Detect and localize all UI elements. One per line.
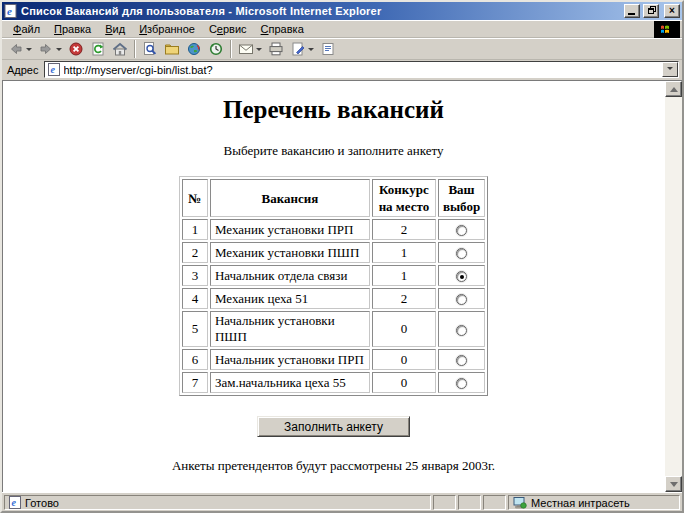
choice-radio[interactable] (456, 294, 467, 305)
choice-cell (438, 265, 485, 286)
menu-bar: ФайлПравкаВидИзбранноеСервисСправка (2, 20, 682, 38)
row-number: 7 (182, 372, 208, 393)
address-dropdown-caret (667, 67, 673, 73)
close-button[interactable]: × (664, 4, 680, 18)
menu-bar-items: ФайлПравкаВидИзбранноеСервисСправка (6, 21, 311, 37)
vacancy-name: Начальник установки ПРП (210, 349, 370, 370)
address-input[interactable]: e http://myserver/cgi-bin/list.bat? (44, 61, 680, 78)
choice-radio[interactable] (456, 355, 467, 366)
arrow-up-icon (670, 83, 678, 92)
scroll-down-button[interactable] (665, 476, 682, 492)
header-row: № Вакансия Конкурс на место Ваш выбор (182, 179, 485, 217)
back-button[interactable] (5, 39, 35, 59)
choice-cell (438, 242, 485, 263)
competition-count: 0 (372, 311, 436, 347)
minimize-button[interactable] (624, 4, 640, 18)
status-zone-panel: Местная интрасеть (508, 495, 680, 510)
menu-item-help[interactable]: Справка (254, 21, 311, 37)
status-panel-empty (483, 495, 506, 510)
vacancy-name: Механик цеха 51 (210, 288, 370, 309)
title-bar: e Список Вакансий для пользователя - Mic… (2, 2, 682, 20)
header-vacancy: Вакансия (210, 179, 370, 217)
discuss-icon (320, 41, 336, 57)
media-icon (186, 41, 202, 57)
discuss-button[interactable] (317, 39, 339, 59)
refresh-button[interactable] (87, 39, 109, 59)
search-button[interactable] (139, 39, 161, 59)
edit-icon (290, 41, 306, 57)
row-number: 3 (182, 265, 208, 286)
header-choice: Ваш выбор (438, 179, 485, 217)
vacancy-name: Механик установки ПРП (210, 219, 370, 240)
scroll-up-button[interactable] (665, 81, 682, 97)
page-content: Перечень вакансий Выберите вакансию и за… (3, 81, 664, 492)
mail-icon (238, 41, 254, 57)
back-dropdown-caret (26, 48, 32, 54)
media-button[interactable] (183, 39, 205, 59)
choice-radio[interactable] (456, 248, 467, 259)
browser-window: e Список Вакансий для пользователя - Mic… (0, 0, 684, 513)
competition-count: 2 (372, 219, 436, 240)
stop-button[interactable] (65, 39, 87, 59)
status-panel-empty (433, 495, 456, 510)
favorites-button[interactable] (161, 39, 183, 59)
status-zone-text: Местная интрасеть (531, 497, 630, 509)
windows-flag-icon (661, 24, 673, 36)
choice-cell (438, 349, 485, 370)
forward-icon (38, 41, 54, 57)
choice-cell (438, 219, 485, 240)
address-bar: Адрес e http://myserver/cgi-bin/list.bat… (2, 60, 682, 80)
vacancy-name: Начальник отдела связи (210, 265, 370, 286)
footer-note: Анкеты претендентов будут рассмотрены 25… (3, 458, 664, 474)
history-icon (208, 41, 224, 57)
close-icon: × (669, 6, 675, 16)
home-icon (112, 41, 128, 57)
choice-radio[interactable] (456, 271, 467, 282)
choice-radio[interactable] (456, 325, 467, 336)
edit-button[interactable] (287, 39, 317, 59)
header-competition: Конкурс на место (372, 179, 436, 217)
status-ready-text: Готово (25, 497, 59, 509)
status-ready-panel: e Готово (4, 495, 431, 510)
ie-logo-icon: e (4, 4, 18, 18)
history-button[interactable] (205, 39, 227, 59)
print-button[interactable] (265, 39, 287, 59)
menu-item-favorites[interactable]: Избранное (132, 21, 202, 37)
table-row: 3Начальник отдела связи1 (182, 265, 485, 286)
competition-count: 1 (372, 265, 436, 286)
search-icon (142, 41, 158, 57)
competition-count: 0 (372, 372, 436, 393)
viewport: Перечень вакансий Выберите вакансию и за… (2, 80, 682, 492)
windows-logo-throbber (654, 21, 680, 38)
toolbar-separator (230, 40, 232, 58)
refresh-icon (90, 41, 106, 57)
mail-button[interactable] (235, 39, 265, 59)
choice-radio[interactable] (456, 225, 467, 236)
stop-icon (68, 41, 84, 57)
forward-dropdown-caret (56, 48, 62, 54)
row-number: 4 (182, 288, 208, 309)
table-row: 5Начальник установки ПШП0 (182, 311, 485, 347)
competition-count: 1 (372, 242, 436, 263)
choice-cell (438, 311, 485, 347)
status-ie-icon: e (9, 496, 21, 509)
row-number: 2 (182, 242, 208, 263)
row-number: 1 (182, 219, 208, 240)
menu-item-view[interactable]: Вид (98, 21, 132, 37)
choice-cell (438, 372, 485, 393)
menu-item-file[interactable]: Файл (6, 21, 47, 37)
fill-form-button[interactable]: Заполнить анкету (257, 416, 410, 437)
menu-item-tools[interactable]: Сервис (202, 21, 254, 37)
choice-radio[interactable] (456, 378, 467, 389)
address-dropdown-button[interactable] (662, 62, 678, 77)
vertical-scrollbar[interactable] (665, 81, 682, 492)
forward-button[interactable] (35, 39, 65, 59)
intranet-zone-icon (513, 496, 527, 510)
home-button[interactable] (109, 39, 131, 59)
menu-item-edit[interactable]: Правка (47, 21, 98, 37)
arrow-down-icon (670, 482, 678, 491)
svg-text:e: e (12, 497, 17, 508)
restore-button[interactable] (643, 4, 659, 18)
print-icon (268, 41, 284, 57)
vacancies-table: № Вакансия Конкурс на место Ваш выбор 1М… (179, 176, 488, 396)
